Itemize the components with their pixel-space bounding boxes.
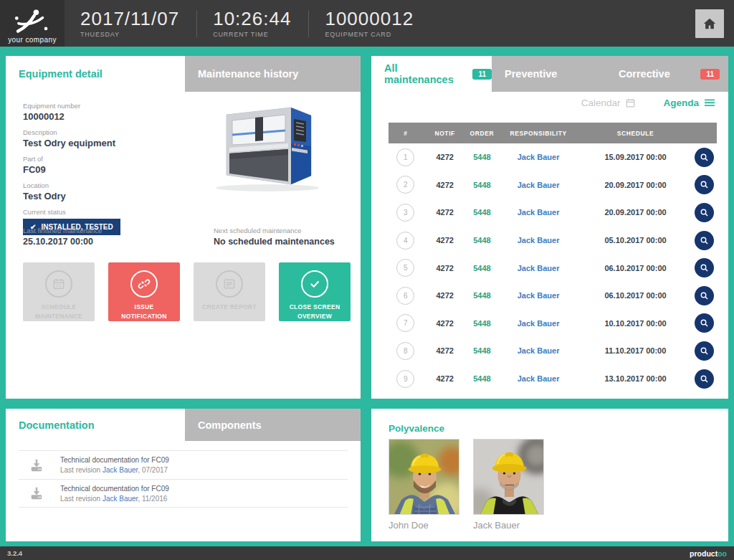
row-number-badge: 3 xyxy=(396,204,414,222)
order-link[interactable]: 5448 xyxy=(467,291,497,300)
view-toggle: Calendar Agenda xyxy=(581,98,715,108)
detail-search-button[interactable] xyxy=(695,369,714,389)
order-link[interactable]: 5448 xyxy=(467,153,497,161)
notif-value: 4272 xyxy=(423,181,467,189)
company-logo: your company xyxy=(0,0,65,47)
detail-search-button[interactable] xyxy=(695,341,714,361)
corrective-count-badge: 11 xyxy=(700,69,720,80)
field-value: 10000012 xyxy=(23,111,120,122)
close-screen-overview-button[interactable]: CLOSE SCREEN OVERVIEW xyxy=(279,262,351,321)
tab-corrective[interactable]: Corrective 11 xyxy=(606,56,728,92)
table-row: 3 4272 5448 Jack Bauer 20.09.2017 00:00 xyxy=(389,199,717,227)
order-link[interactable]: 5448 xyxy=(467,264,497,272)
tab-documentation[interactable]: Documentation xyxy=(6,409,185,441)
notif-value: 4272 xyxy=(423,208,467,217)
order-link[interactable]: 5448 xyxy=(467,346,497,355)
revision-prefix: Last revision xyxy=(60,495,103,503)
order-link[interactable]: 5448 xyxy=(467,319,497,328)
table-row: 4 4272 5448 Jack Bauer 05.10.2017 00:00 xyxy=(389,227,717,255)
table-row: 9 4272 5448 Jack Bauer 13.10.2017 00:00 xyxy=(389,365,717,393)
row-number-badge: 2 xyxy=(396,176,414,194)
responsibility-link[interactable]: Jack Bauer xyxy=(497,208,580,217)
equipment-card-label: EQUIPMENT CARD xyxy=(325,31,414,38)
download-button[interactable] xyxy=(29,486,44,500)
worker-portrait-image xyxy=(474,440,544,515)
calendar-view-button[interactable]: Calendar xyxy=(581,98,637,108)
notif-value: 4272 xyxy=(423,264,467,272)
calendar-icon xyxy=(45,270,72,298)
column-header: ORDER xyxy=(467,130,497,137)
person-card[interactable]: Jack Bauer xyxy=(473,439,544,531)
revision-author-link[interactable]: Jack Bauer xyxy=(103,466,138,474)
document-revision: Last revision Jack Bauer, 07/2017 xyxy=(60,466,169,474)
order-link[interactable]: 5448 xyxy=(467,374,497,383)
responsibility-link[interactable]: Jack Bauer xyxy=(497,181,580,189)
home-button[interactable] xyxy=(695,9,724,38)
action-buttons: SCHEDULE MAINTENANCE ISSUE NOTIFICATION xyxy=(23,262,351,321)
row-number-badge: 6 xyxy=(396,287,414,305)
row-number-badge: 4 xyxy=(396,232,414,250)
notif-value: 4272 xyxy=(423,236,467,245)
tab-components[interactable]: Components xyxy=(185,409,361,441)
download-icon xyxy=(29,458,44,473)
broken-link-icon xyxy=(130,270,158,298)
document-revision: Last revision Jack Bauer, 11/2016 xyxy=(60,495,169,503)
list-icon xyxy=(704,98,715,108)
date-value: 2017/11/07 xyxy=(80,9,179,28)
tab-components-label: Components xyxy=(198,419,262,431)
header-time: 10:26:44 CURRENT TIME xyxy=(213,9,291,38)
agenda-view-button[interactable]: Agenda xyxy=(663,98,715,108)
responsibility-link[interactable]: Jack Bauer xyxy=(497,374,580,383)
revision-author-link[interactable]: Jack Bauer xyxy=(103,495,138,503)
worker-portrait-image xyxy=(389,440,459,515)
documentation-list: Technical documentation for FC09 Last re… xyxy=(19,450,348,508)
order-link[interactable]: 5448 xyxy=(467,181,497,189)
row-number-badge: 8 xyxy=(396,342,414,360)
detail-search-button[interactable] xyxy=(695,175,714,194)
report-lines-icon xyxy=(216,270,243,298)
responsibility-link[interactable]: Jack Bauer xyxy=(497,291,580,300)
responsibility-link[interactable]: Jack Bauer xyxy=(497,236,580,245)
order-link[interactable]: 5448 xyxy=(467,208,497,217)
tab-equipment-detail[interactable]: Equipment detail xyxy=(6,56,185,92)
revision-date: , 07/2017 xyxy=(138,466,168,474)
tab-all-maintenances[interactable]: All maintenances 11 xyxy=(371,56,492,92)
field-value: Test Odry equipment xyxy=(23,138,120,148)
create-report-label: CREATE REPORT xyxy=(196,303,262,312)
tab-maintenance-history[interactable]: Maintenance history xyxy=(185,56,361,92)
schedule-maintenance-button: SCHEDULE MAINTENANCE xyxy=(23,262,95,321)
check-circle-icon xyxy=(301,270,328,298)
notif-value: 4272 xyxy=(423,153,467,161)
row-number-badge: 7 xyxy=(396,314,414,332)
issue-notification-button[interactable]: ISSUE NOTIFICATION xyxy=(108,262,180,321)
tab-documentation-label: Documentation xyxy=(19,419,95,431)
responsibility-link[interactable]: Jack Bauer xyxy=(497,319,580,328)
download-icon xyxy=(29,486,44,500)
schedule-value: 05.10.2017 00:00 xyxy=(580,236,691,245)
detail-search-button[interactable] xyxy=(695,286,714,305)
detail-search-button[interactable] xyxy=(695,231,714,250)
document-item[interactable]: Technical documentation for FC09 Last re… xyxy=(19,450,348,479)
schedule-value: 20.09.2017 00:00 xyxy=(580,181,691,189)
tab-preventive[interactable]: Preventive xyxy=(492,56,606,92)
order-link[interactable]: 5448 xyxy=(467,236,497,245)
column-header: # xyxy=(389,130,423,137)
top-header: your company 2017/11/07 THUESDAY 10:26:4… xyxy=(0,0,734,47)
schedule-value: 20.09.2017 00:00 xyxy=(580,208,691,217)
tab-equipment-detail-label: Equipment detail xyxy=(19,68,103,80)
issue-notification-label: ISSUE NOTIFICATION xyxy=(111,303,177,321)
detail-search-button[interactable] xyxy=(695,258,714,277)
notif-value: 4272 xyxy=(423,374,467,383)
detail-search-button[interactable] xyxy=(695,313,714,333)
download-button[interactable] xyxy=(29,458,44,473)
person-name: Jack Bauer xyxy=(473,520,544,531)
detail-search-button[interactable] xyxy=(695,148,714,167)
responsibility-link[interactable]: Jack Bauer xyxy=(497,153,580,161)
maintenance-summary: Last finished maintenance 25.10.2017 00:… xyxy=(23,227,357,247)
home-icon xyxy=(702,16,718,32)
person-card[interactable]: John Doe xyxy=(389,439,459,531)
detail-search-button[interactable] xyxy=(695,203,714,222)
responsibility-link[interactable]: Jack Bauer xyxy=(497,346,580,355)
document-item[interactable]: Technical documentation for FC09 Last re… xyxy=(19,479,348,508)
responsibility-link[interactable]: Jack Bauer xyxy=(497,264,580,272)
